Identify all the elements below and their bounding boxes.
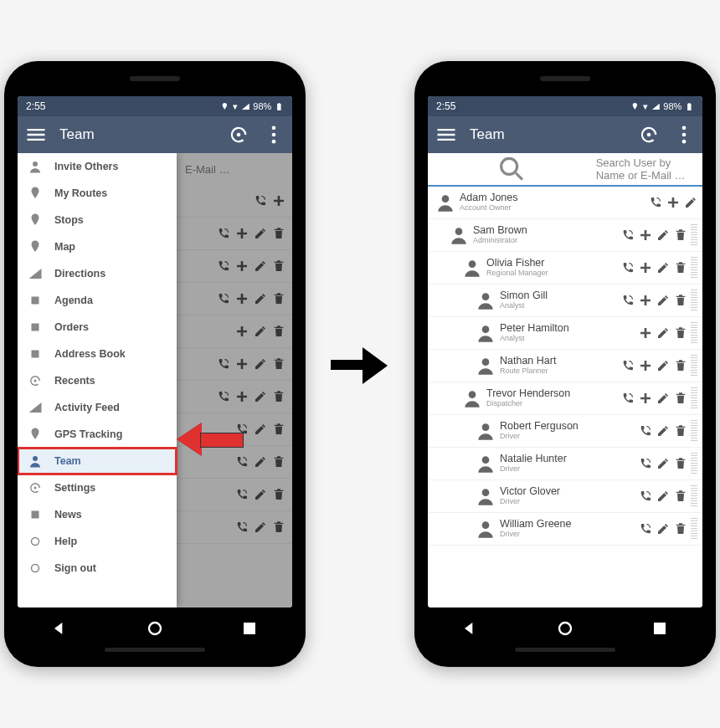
drawer-item-activity[interactable]: Activity Feed — [18, 394, 177, 421]
drawer-item-agenda[interactable]: Agenda — [18, 287, 177, 314]
hamburger-icon[interactable] — [435, 123, 458, 146]
call-icon[interactable] — [649, 196, 662, 209]
user-row[interactable]: Robert Ferguson Driver — [428, 415, 702, 448]
plus-icon[interactable] — [639, 392, 652, 405]
drag-handle-icon[interactable] — [691, 355, 697, 377]
nav-home-icon[interactable] — [143, 617, 167, 640]
drawer-item-stops[interactable]: Stops — [18, 207, 177, 233]
delete-icon[interactable] — [674, 326, 687, 340]
user-row[interactable]: Natalie Hunter Driver — [428, 448, 702, 480]
drawer-item-news[interactable]: News — [18, 501, 177, 528]
delete-icon[interactable] — [674, 457, 687, 470]
edit-icon[interactable] — [656, 457, 670, 470]
drawer-item-label: Invite Others — [54, 161, 118, 172]
user-row[interactable]: Victor Glover Driver — [428, 480, 702, 513]
plus-icon[interactable] — [639, 294, 652, 307]
plus-icon[interactable] — [639, 359, 652, 372]
drawer-item-routes[interactable]: My Routes — [18, 180, 177, 207]
drawer-item-recents[interactable]: Recents — [18, 367, 177, 394]
edit-icon[interactable] — [656, 261, 670, 274]
drag-handle-icon[interactable] — [691, 257, 697, 279]
call-icon[interactable] — [621, 261, 635, 274]
drawer-item-signout[interactable]: Sign out — [18, 555, 177, 582]
drawer-item-label: Address Book — [54, 348, 126, 360]
edit-icon[interactable] — [656, 522, 670, 536]
edit-icon[interactable] — [656, 490, 670, 503]
drag-handle-icon[interactable] — [691, 322, 697, 344]
user-row[interactable]: Nathan Hart Route Planner — [428, 350, 702, 382]
delete-icon[interactable] — [674, 490, 687, 503]
call-icon[interactable] — [639, 490, 652, 503]
user-row[interactable]: Adam Jones Account Owner — [428, 187, 702, 219]
call-icon[interactable] — [639, 424, 652, 438]
delete-icon[interactable] — [674, 359, 687, 372]
drag-handle-icon[interactable] — [691, 290, 697, 311]
search-row[interactable]: Search User by Name or E-Mail … — [428, 153, 702, 187]
call-icon[interactable] — [639, 522, 652, 536]
nav-back-icon[interactable] — [459, 617, 482, 640]
user-name: Natalie Hunter — [500, 454, 639, 465]
edit-icon[interactable] — [656, 424, 670, 438]
user-row[interactable]: Simon Gill Analyst — [428, 285, 702, 317]
delete-icon[interactable] — [674, 392, 687, 405]
delete-icon[interactable] — [674, 424, 687, 438]
user-avatar-icon — [435, 192, 456, 213]
addressbook-icon — [28, 346, 43, 361]
drag-handle-icon[interactable] — [691, 224, 697, 246]
drag-handle-icon[interactable] — [691, 420, 697, 442]
delete-icon[interactable] — [674, 522, 687, 536]
status-time: 2:55 — [436, 100, 455, 112]
invite-icon — [28, 159, 43, 174]
edit-icon[interactable] — [656, 326, 670, 340]
hamburger-icon[interactable] — [24, 123, 48, 146]
sync-icon[interactable] — [227, 123, 250, 146]
user-row[interactable]: Trevor Henderson Dispatcher — [428, 382, 702, 415]
drag-handle-icon[interactable] — [691, 485, 697, 507]
call-icon[interactable] — [621, 228, 635, 242]
user-role: Driver — [500, 465, 639, 474]
sync-icon[interactable] — [637, 123, 661, 146]
drawer-item-help[interactable]: Help — [18, 528, 177, 555]
drawer-item-orders[interactable]: Orders — [18, 314, 177, 341]
delete-icon[interactable] — [674, 294, 687, 307]
drawer-item-map[interactable]: Map — [18, 233, 177, 260]
plus-icon[interactable] — [639, 326, 652, 340]
nav-recent-icon[interactable] — [238, 617, 261, 640]
plus-icon[interactable] — [639, 228, 652, 242]
edit-icon[interactable] — [656, 392, 670, 405]
nav-recent-icon[interactable] — [648, 617, 671, 640]
user-row[interactable]: Sam Brown Administrator — [428, 219, 702, 252]
drag-handle-icon[interactable] — [691, 387, 697, 409]
user-row[interactable]: Peter Hamilton Analyst — [428, 317, 702, 350]
edit-icon[interactable] — [684, 196, 697, 209]
drawer-item-team[interactable]: Team — [18, 448, 177, 474]
drag-handle-icon[interactable] — [691, 453, 697, 474]
plus-icon[interactable] — [666, 196, 680, 209]
user-name: Adam Jones — [460, 192, 649, 204]
edit-icon[interactable] — [656, 294, 670, 307]
drawer-item-settings[interactable]: Settings — [18, 474, 177, 501]
call-icon[interactable] — [621, 294, 635, 307]
delete-icon[interactable] — [674, 228, 687, 242]
user-row[interactable]: William Greene Driver — [428, 513, 702, 546]
drawer-item-invite[interactable]: Invite Others — [18, 153, 177, 180]
nav-home-icon[interactable] — [553, 617, 577, 640]
plus-icon[interactable] — [639, 261, 652, 274]
edit-icon[interactable] — [656, 359, 670, 372]
status-bar: 2:55 ▾ 98% — [428, 96, 702, 116]
edit-icon[interactable] — [656, 228, 670, 242]
drag-handle-icon[interactable] — [691, 518, 697, 540]
drawer-item-addressbook[interactable]: Address Book — [18, 341, 177, 367]
drawer-item-label: Stops — [54, 214, 84, 226]
delete-icon[interactable] — [674, 261, 687, 274]
drawer-item-directions[interactable]: Directions — [18, 260, 177, 287]
call-icon[interactable] — [639, 457, 652, 470]
user-row[interactable]: Olivia Fisher Regional Manager — [428, 252, 702, 285]
overflow-icon[interactable] — [262, 123, 285, 146]
drawer-item-label: News — [54, 509, 82, 520]
nav-back-icon[interactable] — [49, 617, 72, 640]
drawer-item-gps[interactable]: GPS Tracking — [18, 421, 177, 448]
overflow-icon[interactable] — [672, 123, 696, 146]
call-icon[interactable] — [621, 392, 635, 405]
call-icon[interactable] — [621, 359, 635, 372]
